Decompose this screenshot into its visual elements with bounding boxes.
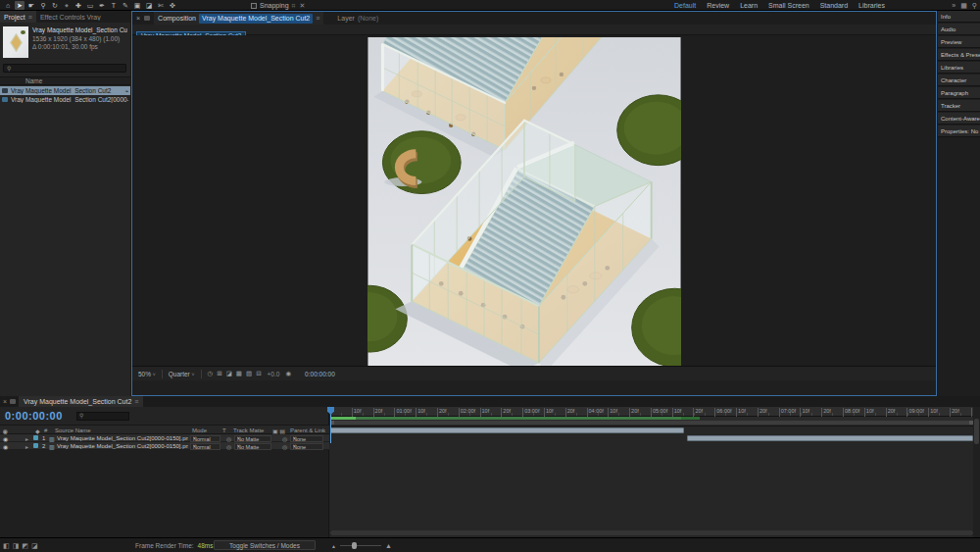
- blend-mode-select[interactable]: Normal ˅: [190, 435, 220, 442]
- layer-duration-bar-2[interactable]: [687, 435, 973, 441]
- workspace-bar-icon[interactable]: ▦: [960, 2, 967, 10]
- layer-duration-bar-1[interactable]: [330, 427, 684, 433]
- layer-name[interactable]: Vray Maquette Model_Section Cut2[0000-01…: [57, 435, 188, 441]
- number-column[interactable]: #: [44, 427, 47, 433]
- snap-beyond-icon[interactable]: ✕: [300, 2, 306, 10]
- track-camera-tool[interactable]: ⌖: [62, 1, 72, 10]
- frame-blend-icon[interactable]: ◪: [31, 542, 38, 550]
- vertical-scrollbar[interactable]: [973, 407, 980, 537]
- composition-mini-icon[interactable]: ◧: [3, 542, 10, 550]
- workspace-learn[interactable]: Learn: [740, 2, 758, 9]
- zoom-slider[interactable]: [340, 545, 381, 546]
- track-matte-column[interactable]: Track Matte: [233, 427, 264, 433]
- source-name-column[interactable]: Source Name: [55, 427, 91, 433]
- exposure-value[interactable]: +0.0: [268, 371, 280, 377]
- mode-column[interactable]: Mode: [192, 427, 207, 433]
- workspace-small-screen[interactable]: Small Screen: [768, 2, 809, 9]
- project-item-composition[interactable]: Vray Maquette Model_Section Cut2 ⌁: [0, 86, 130, 95]
- roto-brush-tool[interactable]: ✄: [156, 1, 166, 10]
- layer-row-2[interactable]: ◉ ▸ 2 ▥ Vray Maquette Model_Section Cut2…: [0, 442, 329, 450]
- draft-3d-icon[interactable]: ◩: [22, 542, 28, 550]
- blend-mode-select[interactable]: Normal ˅: [190, 443, 220, 450]
- panel-effects-presets[interactable]: Effects & Presets: [938, 49, 980, 61]
- panel-libraries[interactable]: Libraries: [938, 62, 980, 74]
- project-item-png-sequence[interactable]: Vray Maquette Model_Section Cut2[0000-01…: [0, 95, 130, 104]
- pickwhip-icon[interactable]: ◎: [282, 435, 287, 442]
- pen-tool[interactable]: ✒: [97, 1, 107, 10]
- workspace-libraries[interactable]: Libraries: [858, 2, 885, 9]
- clone-stamp-tool[interactable]: ▣: [132, 1, 142, 10]
- hand-tool[interactable]: ☛: [26, 1, 36, 10]
- tab-layer-viewer[interactable]: Layer (None): [337, 15, 378, 22]
- project-search-input[interactable]: ⚲: [3, 64, 126, 73]
- parent-select[interactable]: None ˅: [290, 435, 323, 442]
- timeline-search-input[interactable]: ⚲: [76, 412, 129, 421]
- puppet-tool[interactable]: ✜: [168, 1, 177, 10]
- home-tool[interactable]: ⌂: [3, 1, 13, 10]
- mask-visibility-icon[interactable]: ◪: [226, 370, 232, 377]
- workspace-default[interactable]: Default: [674, 2, 696, 9]
- twirl-icon[interactable]: ▸: [25, 435, 28, 442]
- pan-behind-tool[interactable]: ✚: [74, 1, 83, 10]
- workspace-review[interactable]: Review: [707, 2, 729, 9]
- snapshot-icon[interactable]: ◉: [285, 370, 291, 377]
- timeline-tab-active[interactable]: Vray Maquette Model_Section Cut2 ≡: [19, 396, 143, 407]
- brush-tool[interactable]: ✎: [121, 1, 130, 10]
- type-tool[interactable]: T: [109, 1, 119, 10]
- zoom-in-mountain-icon[interactable]: ▲: [385, 542, 392, 549]
- pickwhip-icon[interactable]: ◎: [282, 443, 287, 450]
- workspace-standard[interactable]: Standard: [820, 2, 848, 9]
- panel-audio[interactable]: Audio: [938, 24, 980, 35]
- tab-effect-controls[interactable]: Effect Controls Vray Maquette M: [36, 11, 105, 23]
- close-icon[interactable]: ×: [136, 15, 140, 22]
- track-matte-select[interactable]: No Matte ˅: [234, 443, 271, 450]
- preserve-transparency-column[interactable]: T: [222, 427, 226, 433]
- layer-row-1[interactable]: ◉ ▸ 1 ▥ Vray Maquette Model_Section Cut2…: [0, 434, 329, 442]
- panel-paragraph[interactable]: Paragraph: [938, 87, 980, 99]
- layer-name[interactable]: Vray Maquette Model_Section Cut2[0000-01…: [57, 443, 188, 449]
- parent-select[interactable]: None ˅: [290, 443, 323, 450]
- parent-link-column[interactable]: Parent & Link: [290, 427, 325, 433]
- grid-guides-icon[interactable]: ⊞: [217, 370, 221, 377]
- transparency-grid-icon[interactable]: ▨: [246, 370, 252, 377]
- panel-preview[interactable]: Preview: [938, 36, 980, 48]
- workspace-overflow-icon[interactable]: »: [952, 2, 956, 9]
- twirl-icon[interactable]: ▸: [25, 443, 28, 450]
- current-time-display[interactable]: 0:00:00:00: [5, 410, 63, 422]
- tab-project[interactable]: Project ≡: [0, 11, 36, 23]
- eye-icon[interactable]: ◉: [3, 443, 8, 450]
- resolution-select[interactable]: Quarter ˅: [169, 371, 195, 377]
- work-area-bar[interactable]: [330, 421, 973, 425]
- region-of-interest-icon[interactable]: ▦: [236, 370, 242, 377]
- horizontal-scrollbar[interactable]: [330, 530, 973, 535]
- orbit-camera-tool[interactable]: ↻: [50, 1, 60, 10]
- eye-icon[interactable]: ◉: [3, 435, 8, 442]
- pixel-aspect-icon[interactable]: ⊟: [256, 370, 261, 377]
- panel-properties-no-se[interactable]: Properties: No Se: [938, 125, 980, 137]
- label-color-chip[interactable]: [33, 435, 38, 440]
- selection-tool[interactable]: ➤: [15, 1, 24, 10]
- zoom-out-mountain-icon[interactable]: ▲: [331, 543, 336, 549]
- timeline-graph-area[interactable]: 10f20f01:00f10f20f02:00f10f20f03:00f10f2…: [330, 407, 973, 537]
- track-matte-select[interactable]: No Matte ˅: [234, 435, 271, 442]
- label-column[interactable]: ◆: [35, 427, 40, 434]
- time-ruler[interactable]: 10f20f01:00f10f20f02:00f10f20f03:00f10f2…: [330, 407, 973, 417]
- shape-tool[interactable]: ▭: [85, 1, 95, 10]
- project-name-column[interactable]: Name: [0, 76, 130, 85]
- panel-info[interactable]: Info: [938, 11, 980, 23]
- panel-character[interactable]: Character: [938, 75, 980, 86]
- search-workspace-icon[interactable]: ⚲: [972, 2, 977, 10]
- zoom-tool[interactable]: ⚲: [38, 1, 48, 10]
- panel-menu-icon[interactable]: ≡: [316, 15, 319, 22]
- flowchart-icon[interactable]: ◨: [13, 542, 20, 550]
- eraser-tool[interactable]: ◪: [144, 1, 154, 10]
- close-icon[interactable]: ×: [3, 398, 7, 405]
- panel-menu-icon[interactable]: ≡: [28, 14, 32, 21]
- composition-viewport[interactable]: 50% ˅ Quarter ˅ ◷⊞◪▦▨⊟ +0.0 ◉ 0:00:00:00: [132, 35, 936, 380]
- always-preview-icon[interactable]: ◷: [208, 370, 214, 377]
- switches-icons[interactable]: ▣ ▤: [272, 427, 285, 434]
- zoom-slider-handle[interactable]: [352, 542, 357, 549]
- label-color-chip[interactable]: [33, 443, 38, 448]
- snapping-checkbox[interactable]: [251, 3, 257, 9]
- panel-tracker[interactable]: Tracker: [938, 100, 980, 112]
